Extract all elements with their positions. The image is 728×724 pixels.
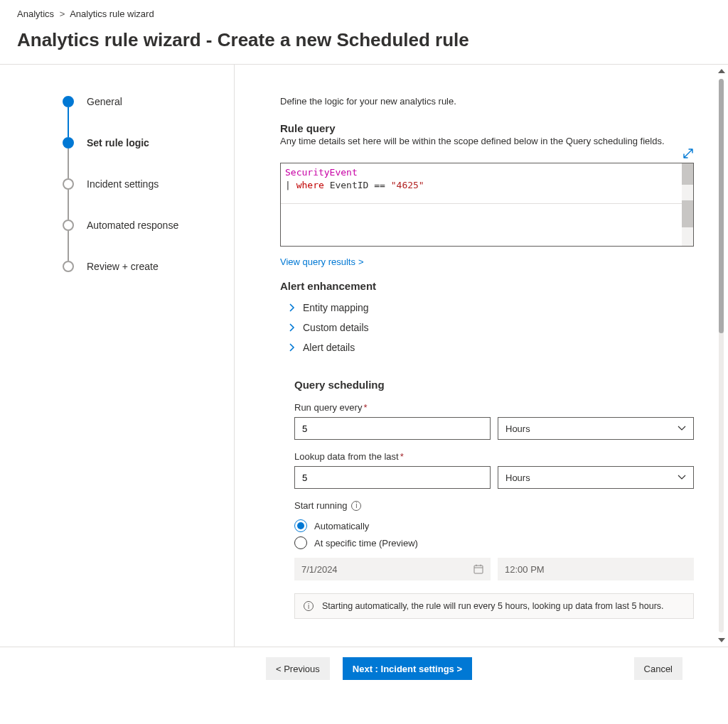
page-title: Analytics rule wizard - Create a new Sch… — [17, 29, 711, 51]
start-time-input: 12:00 PM — [498, 558, 694, 580]
wizard-steps-sidebar: General Set rule logic Incident settings… — [0, 65, 235, 647]
step-label: Automated response — [87, 220, 178, 231]
step-label: Incident settings — [87, 178, 159, 190]
banner-text: Starting automatically, the rule will ru… — [322, 601, 664, 611]
step-connector — [68, 190, 69, 220]
breadcrumb-current: Analytics rule wizard — [70, 9, 154, 19]
radio-icon — [294, 519, 307, 532]
step-label: General — [87, 96, 122, 107]
editor-scrollbar[interactable] — [682, 163, 693, 246]
entity-mapping-expander[interactable]: Entity mapping — [280, 298, 694, 318]
radio-automatically[interactable]: Automatically — [294, 519, 694, 532]
step-incident-settings[interactable]: Incident settings — [63, 178, 217, 220]
query-editor[interactable]: SecurityEvent | where EventID == "4625" — [280, 163, 694, 247]
main-scrollbar[interactable] — [715, 65, 728, 647]
lookup-data-unit-dropdown[interactable]: Hours — [498, 466, 694, 489]
breadcrumb: Analytics > Analytics rule wizard — [0, 0, 728, 25]
calendar-icon — [473, 564, 483, 574]
chevron-down-icon — [678, 475, 686, 480]
step-connector — [68, 107, 69, 137]
chevron-right-icon — [289, 342, 296, 352]
radio-label: At specific time (Preview) — [314, 538, 418, 549]
expand-icon[interactable] — [682, 148, 694, 159]
start-running-label: Start running — [294, 500, 347, 511]
chevron-down-icon — [678, 426, 686, 431]
radio-label: Automatically — [314, 521, 369, 531]
rule-query-heading: Rule query — [280, 122, 694, 134]
info-icon: i — [304, 601, 314, 611]
chevron-right-icon — [289, 323, 296, 333]
run-query-every-label: Run query every* — [294, 402, 694, 413]
custom-details-expander[interactable]: Custom details — [280, 318, 694, 337]
breadcrumb-root[interactable]: Analytics — [17, 9, 54, 19]
alert-details-expander[interactable]: Alert details — [280, 337, 694, 357]
step-general[interactable]: General — [63, 96, 217, 137]
step-dot-icon — [63, 178, 74, 190]
step-dot-icon — [63, 96, 74, 107]
lookup-data-input[interactable] — [294, 466, 491, 489]
intro-text: Define the logic for your new analytics … — [280, 96, 694, 107]
cancel-button[interactable]: Cancel — [634, 657, 682, 680]
step-dot-icon — [63, 261, 74, 272]
lookup-data-label: Lookup data from the last* — [294, 451, 694, 462]
start-date-input: 7/1/2024 — [294, 558, 491, 580]
svg-rect-0 — [474, 566, 483, 573]
step-label: Review + create — [87, 261, 159, 272]
rule-query-sub: Any time details set here will be within… — [280, 136, 694, 146]
previous-button[interactable]: < Previous — [266, 657, 330, 680]
main-content: Define the logic for your new analytics … — [235, 65, 715, 647]
step-automated-response[interactable]: Automated response — [63, 220, 217, 261]
next-button[interactable]: Next : Incident settings > — [343, 657, 472, 680]
query-scheduling-heading: Query scheduling — [294, 379, 694, 391]
chevron-right-icon — [289, 303, 296, 313]
expander-label: Alert details — [303, 342, 355, 353]
run-query-every-unit-dropdown[interactable]: Hours — [498, 417, 694, 440]
step-dot-icon — [63, 220, 74, 231]
expander-label: Entity mapping — [303, 302, 369, 313]
radio-at-specific-time[interactable]: At specific time (Preview) — [294, 536, 694, 549]
scheduling-info-banner: i Starting automatically, the rule will … — [294, 593, 694, 619]
step-review-create[interactable]: Review + create — [63, 261, 217, 272]
step-connector — [68, 231, 69, 261]
scroll-down-icon[interactable] — [718, 638, 725, 642]
step-label: Set rule logic — [87, 137, 149, 148]
info-icon[interactable]: i — [351, 501, 361, 511]
step-connector — [68, 148, 69, 178]
expander-label: Custom details — [303, 322, 369, 333]
run-query-every-input[interactable] — [294, 417, 491, 440]
wizard-footer: < Previous Next : Incident settings > Ca… — [0, 647, 728, 680]
scroll-up-icon[interactable] — [718, 69, 725, 73]
breadcrumb-separator: > — [60, 9, 65, 19]
step-dot-icon — [63, 137, 74, 148]
view-query-results-link[interactable]: View query results> — [280, 256, 364, 267]
step-set-rule-logic[interactable]: Set rule logic — [63, 137, 217, 178]
alert-enhancement-heading: Alert enhancement — [280, 280, 694, 292]
radio-icon — [294, 536, 307, 549]
